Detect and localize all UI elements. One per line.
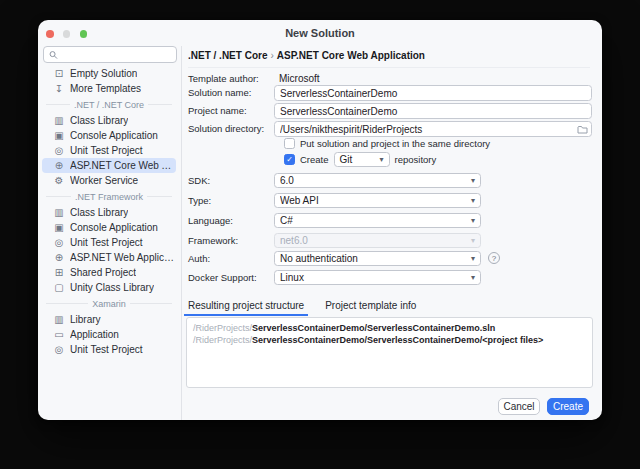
auth-select-value: No authentication (280, 253, 471, 264)
solution-directory-input[interactable] (274, 121, 592, 137)
type-select-value: Web API (280, 195, 471, 206)
breadcrumb-divider (188, 67, 590, 68)
project-structure-preview: /RiderProjects/ServerlessContainerDemo/S… (186, 317, 593, 388)
create-repo-prefix-label: Create (300, 154, 329, 165)
sidebar-item-worker-service[interactable]: ⚙Worker Service (42, 173, 176, 188)
template-author-value: Microsoft (279, 73, 320, 84)
title-bar: New Solution (38, 20, 602, 46)
folder-icon[interactable] (577, 125, 588, 134)
web-application-icon: ⊕ (53, 158, 65, 173)
sidebar-item-asp-net-core-web-app[interactable]: ⊕ASP.NET Core Web App... (42, 158, 176, 173)
language-select-value: C# (280, 215, 471, 226)
sidebar-item-label: Class Library (70, 115, 128, 126)
solution-name-label: Solution name: (188, 87, 251, 98)
language-select[interactable]: C# ▾ (274, 213, 481, 228)
search-field[interactable] (43, 46, 177, 63)
framework-label: Framework: (188, 235, 238, 246)
sidebar-item-label: Unit Test Project (70, 344, 143, 355)
sidebar-item-label: Application (70, 329, 119, 340)
preview-tabs: Resulting project structure Project temp… (184, 298, 420, 316)
template-group-header: Xamarin (38, 295, 180, 312)
sidebar-item-label: More Templates (70, 83, 141, 94)
structure-line: /RiderProjects/ServerlessContainerDemo/S… (193, 322, 586, 334)
search-input[interactable] (62, 49, 171, 60)
class-library-icon: ▥ (53, 205, 65, 220)
sidebar-item-label: Unit Test Project (70, 145, 143, 156)
sidebar-item-unit-test-project[interactable]: ◎Unit Test Project (42, 342, 176, 357)
chevron-down-icon: ▾ (471, 274, 475, 282)
sdk-label: SDK: (188, 175, 210, 186)
sidebar-item-asp-net-web-application[interactable]: ⊕ASP.NET Web Application (42, 250, 176, 265)
unit-test-icon: ◎ (53, 235, 65, 250)
same-directory-label: Put solution and project in the same dir… (300, 138, 490, 149)
structure-line-root: /RiderProjects/ (193, 323, 252, 333)
project-name-label: Project name: (188, 105, 247, 116)
type-select[interactable]: Web API ▾ (274, 193, 481, 208)
create-repo-checkbox[interactable]: ✓ (284, 154, 295, 165)
template-list: ⊡Empty Solution↧More Templates.NET / .NE… (38, 66, 180, 420)
sidebar-item-console-application[interactable]: ▣Console Application (42, 220, 176, 235)
sidebar-item-shared-project[interactable]: ⊞Shared Project (42, 265, 176, 280)
same-directory-checkbox[interactable]: ✓ (284, 138, 295, 149)
auth-select[interactable]: No authentication ▾ (274, 251, 481, 266)
tab-resulting-project-structure[interactable]: Resulting project structure (184, 298, 308, 316)
search-icon (49, 50, 58, 60)
language-label: Language: (188, 215, 233, 226)
unit-test-icon: ◎ (53, 342, 65, 357)
console-application-icon: ▣ (53, 128, 65, 143)
same-directory-row: ✓ Put solution and project in the same d… (284, 138, 490, 149)
cancel-button[interactable]: Cancel (498, 398, 540, 415)
sidebar-item-label: Class Library (70, 207, 128, 218)
chevron-down-icon: ▾ (471, 177, 475, 185)
sidebar-item-application[interactable]: ▭Application (42, 327, 176, 342)
sidebar-item-label: Library (70, 314, 101, 325)
empty-solution-icon: ⊡ (53, 66, 65, 81)
template-author-label: Template author: (188, 73, 259, 84)
sidebar-item-label: Empty Solution (70, 68, 137, 79)
create-repo-row: ✓ Create Git ▾ repository (284, 152, 436, 167)
breadcrumb-parent[interactable]: .NET / .NET Core (188, 50, 267, 61)
vcs-select-value: Git (340, 154, 378, 165)
template-group-header: .NET / .NET Core (38, 96, 180, 113)
check-icon: ✓ (286, 156, 293, 164)
sidebar-item-console-application[interactable]: ▣Console Application (42, 128, 176, 143)
project-name-input[interactable] (274, 103, 592, 119)
help-icon[interactable]: ? (488, 252, 500, 264)
structure-line-root: /RiderProjects/ (193, 335, 252, 345)
structure-line: /RiderProjects/ServerlessContainerDemo/S… (193, 334, 586, 346)
tab-project-template-info[interactable]: Project template info (321, 298, 420, 316)
sidebar-item-unit-test-project[interactable]: ◎Unit Test Project (42, 235, 176, 250)
sidebar-item-empty-solution[interactable]: ⊡Empty Solution (42, 66, 176, 81)
vcs-select[interactable]: Git ▾ (334, 152, 390, 167)
auth-label: Auth: (188, 253, 210, 264)
structure-line-path: ServerlessContainerDemo/ServerlessContai… (252, 335, 543, 345)
docker-support-label: Docker Support: (188, 272, 257, 283)
sdk-select-value: 6.0 (280, 175, 471, 186)
sidebar-item-library[interactable]: ▥Library (42, 312, 176, 327)
sdk-select[interactable]: 6.0 ▾ (274, 173, 481, 188)
sidebar-item-label: Console Application (70, 222, 158, 233)
framework-select-value: net6.0 (280, 235, 471, 246)
sidebar-item-label: ASP.NET Web Application (70, 252, 176, 263)
sidebar-item-unity-class-library[interactable]: ▢Unity Class Library (42, 280, 176, 295)
sidebar-item-class-library[interactable]: ▥Class Library (42, 113, 176, 128)
type-label: Type: (188, 195, 211, 206)
docker-support-select[interactable]: Linux ▾ (274, 270, 481, 285)
sidebar-item-label: Unity Class Library (70, 282, 154, 293)
template-group-header: .NET Framework (38, 188, 180, 205)
breadcrumb: .NET / .NET Core›ASP.NET Core Web Applic… (188, 50, 425, 61)
solution-name-input[interactable] (274, 85, 592, 101)
framework-select: net6.0 ▾ (274, 233, 481, 248)
sidebar-item-label: Console Application (70, 130, 158, 141)
chevron-down-icon: ▾ (471, 255, 475, 263)
library-icon: ▥ (53, 312, 65, 327)
gear-icon: ⚙ (53, 173, 65, 188)
breadcrumb-separator-icon: › (267, 50, 276, 61)
sidebar-item-class-library[interactable]: ▥Class Library (42, 205, 176, 220)
unit-test-icon: ◎ (53, 143, 65, 158)
create-button[interactable]: Create (547, 398, 589, 415)
sidebar-item-more-templates[interactable]: ↧More Templates (42, 81, 176, 96)
sidebar-item-label: Worker Service (70, 175, 138, 186)
sidebar-item-label: ASP.NET Core Web App... (70, 160, 176, 171)
sidebar-item-unit-test-project[interactable]: ◎Unit Test Project (42, 143, 176, 158)
